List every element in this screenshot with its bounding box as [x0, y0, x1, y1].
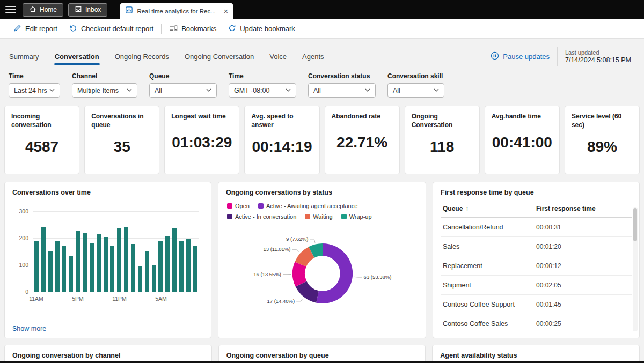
home-session-button[interactable]: Home	[23, 3, 63, 17]
tab-agents[interactable]: Agents	[302, 48, 324, 65]
edit-report-button[interactable]: Edit report	[8, 19, 63, 38]
pause-updates-label: Pause updates	[503, 53, 550, 61]
top-bar: Home Inbox Real time analytics for Rec..…	[0, 0, 644, 19]
kpi-value: 01:03:29	[171, 121, 232, 168]
kpi-value: 35	[91, 129, 152, 168]
pause-updates-button[interactable]: Pause updates	[491, 51, 550, 62]
filter-dropdown-time-0[interactable]: Last 24 hrs	[9, 83, 60, 98]
table-row: Contoso Coffee Sales00:00:25	[441, 314, 632, 328]
legend-item-open[interactable]: Open	[227, 203, 250, 209]
filter-dropdown-conversation-skill-5[interactable]: All	[387, 83, 444, 98]
close-icon[interactable]: ×	[224, 8, 228, 15]
legend-item-wrap-up[interactable]: Wrap-up	[341, 213, 372, 220]
kpi-value: 118	[412, 129, 473, 168]
frt-column-label: First response time	[536, 205, 596, 212]
x-tick-label: 11PM	[112, 295, 127, 302]
tab-ongoing-conversation[interactable]: Ongoing Conversation	[184, 48, 254, 65]
donut-callout-line	[296, 298, 303, 301]
pencil-icon	[13, 24, 21, 34]
show-more-link[interactable]: Show more	[12, 325, 46, 332]
queue-cell: Sales	[443, 243, 536, 250]
legend-label: Active - In conversation	[235, 213, 296, 220]
command-bar: Edit report Checkout default report Book…	[0, 19, 644, 39]
kpi-value: 00:41:00	[492, 121, 553, 168]
bookmarks-label: Bookmarks	[181, 25, 216, 33]
filter-dropdown-time-3[interactable]: GMT -08:00	[229, 83, 296, 98]
dropdown-value: Multiple Items	[77, 87, 119, 94]
active-report-tab[interactable]: Real time analytics for Rec... ×	[120, 3, 233, 19]
bookmarks-icon	[169, 24, 178, 34]
last-updated: Last updated 7/14/2024 5:08:15 PM	[565, 49, 635, 64]
checkout-default-report-button[interactable]: Checkout default report	[63, 19, 159, 38]
bar	[90, 243, 94, 292]
tab-summary[interactable]: Summary	[9, 48, 40, 65]
bottom-cards: Ongoing conversation by channelOngoing c…	[4, 345, 640, 363]
home-label: Home	[40, 6, 57, 13]
filter-label: Queue	[149, 72, 217, 80]
bar	[193, 246, 197, 292]
filter-dropdown-channel-1[interactable]: Multiple Items	[72, 83, 137, 98]
command-bar-divider	[161, 24, 162, 34]
legend-item-waiting[interactable]: Waiting	[305, 213, 332, 220]
legend-label: Open	[235, 203, 250, 209]
filter-dropdown-queue-2[interactable]: All	[149, 83, 217, 98]
kpi-label: Avg.handle time	[492, 112, 553, 121]
bar	[172, 228, 177, 292]
kpi-card-longest-wait-time: Longest wait time01:03:29	[164, 106, 239, 174]
checkout-default-label: Checkout default report	[81, 25, 153, 33]
app-window: Home Inbox Real time analytics for Rec..…	[0, 0, 644, 363]
filter-channel-1: ChannelMultiple Items	[72, 72, 137, 98]
tab-ongoing-records[interactable]: Ongoing Records	[114, 48, 170, 65]
card-title: Ongoing conversation by channel	[12, 352, 204, 359]
bookmarks-button[interactable]: Bookmarks	[163, 19, 222, 38]
dropdown-value: Last 24 hrs	[14, 87, 47, 94]
home-icon	[29, 5, 36, 14]
inbox-icon	[75, 5, 82, 14]
chevron-down-icon	[286, 88, 291, 92]
kpi-label: Incoming conversation	[11, 112, 72, 129]
response-time-cell: 00:00:12	[536, 262, 630, 270]
filter-dropdown-conversation-status-4[interactable]: All	[308, 83, 376, 98]
bar	[124, 227, 128, 292]
legend-label: Active - Awaiting agent acceptance	[266, 203, 357, 209]
y-tick-label: 300	[13, 208, 28, 214]
inbox-session-button[interactable]: Inbox	[68, 3, 107, 17]
queue-cell: Replacement	[443, 262, 536, 270]
donut-data-label: 63 (53.38%)	[364, 274, 392, 280]
kpi-card-incoming-conversation: Incoming conversation4587	[4, 106, 79, 174]
bottom-card-agent-availability-status: Agent availability status	[432, 345, 640, 363]
last-updated-value: 7/14/2024 5:08:15 PM	[565, 56, 631, 64]
window-bottom-edge	[0, 361, 644, 363]
legend-item-active-awaiting-agent-acceptance[interactable]: Active - Awaiting agent acceptance	[258, 203, 357, 209]
y-tick-label: 100	[13, 262, 28, 268]
edit-report-label: Edit report	[25, 25, 57, 33]
table-col-frt[interactable]: First response time	[536, 205, 630, 212]
filter-label: Conversation status	[308, 72, 376, 80]
kpi-label: Conversations in queue	[91, 112, 152, 129]
scrollbar-thumb[interactable]	[633, 208, 637, 241]
legend-label: Wrap-up	[349, 213, 372, 220]
sort-ascending-icon: ↑	[465, 205, 469, 212]
tab-voice[interactable]: Voice	[269, 48, 287, 65]
bar	[117, 228, 121, 292]
bars-group	[33, 211, 199, 292]
bar	[34, 241, 39, 292]
table-col-queue[interactable]: Queue↑	[443, 205, 536, 212]
filter-queue-2: QueueAll	[149, 72, 217, 98]
bar	[97, 234, 101, 292]
kpi-label: Ongoing Conversation	[412, 112, 473, 129]
bar	[41, 227, 46, 292]
table-row: Shipment00:02:05	[441, 276, 632, 295]
legend-item-active-in-conversation[interactable]: Active - In conversation	[227, 213, 296, 220]
filter-label: Conversation skill	[387, 72, 444, 80]
hamburger-menu-icon[interactable]	[5, 6, 16, 13]
kpi-card-ongoing-conversation: Ongoing Conversation118	[405, 106, 480, 174]
x-tick-label: 11AM	[29, 295, 43, 302]
legend-swatch	[227, 214, 232, 219]
chevron-down-icon	[434, 88, 439, 92]
table-scrollbar[interactable]	[633, 207, 638, 331]
update-bookmark-button[interactable]: Update bookmark	[222, 19, 301, 38]
status-area: Pause updates Last updated 7/14/2024 5:0…	[491, 47, 635, 66]
table-row: Cancellation/Refund00:00:31	[441, 218, 632, 237]
tab-conversation[interactable]: Conversation	[54, 48, 100, 65]
